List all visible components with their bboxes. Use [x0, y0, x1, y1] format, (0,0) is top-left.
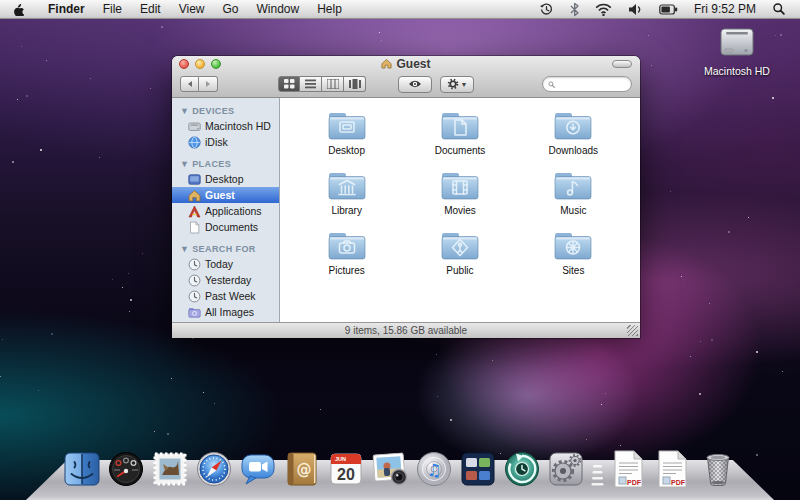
gear-icon [447, 78, 459, 90]
forward-button[interactable] [199, 76, 218, 92]
dock-item-ichat[interactable] [238, 449, 278, 489]
time-machine-menu-icon[interactable] [533, 0, 560, 18]
svg-text:20: 20 [337, 466, 355, 483]
bluetooth-menu-icon[interactable] [564, 0, 585, 18]
apple-menu-icon[interactable] [0, 0, 39, 18]
dock-item-time-machine[interactable] [502, 449, 542, 489]
resize-grip[interactable] [627, 325, 638, 336]
menu-item-file[interactable]: File [94, 0, 131, 18]
menu-item-help[interactable]: Help [308, 0, 351, 18]
svg-text:♫: ♫ [426, 460, 441, 480]
folder-label: Library [331, 205, 362, 216]
svg-text:JUN: JUN [335, 456, 346, 462]
zoom-button[interactable] [211, 59, 221, 69]
menu-item-view[interactable]: View [170, 0, 214, 18]
search-field[interactable] [542, 76, 632, 92]
folder-movies[interactable]: Movies [403, 164, 516, 224]
status-text: 9 items, 15.86 GB available [345, 325, 467, 336]
desktop-icon [188, 173, 201, 186]
close-button[interactable] [179, 59, 189, 69]
dropdown-caret-icon: ▼ [461, 81, 468, 88]
folder-sites[interactable]: Sites [517, 224, 630, 284]
folder-icon [325, 108, 369, 144]
dock-item-address-book[interactable]: @@ [282, 449, 322, 489]
folder-desktop[interactable]: Desktop [290, 104, 403, 164]
clock-icon [188, 274, 201, 287]
dock-item-system-preferences[interactable] [546, 449, 586, 489]
folder-icon [438, 108, 482, 144]
sidebar-item-today[interactable]: Today [172, 256, 279, 272]
dock-item-ical[interactable]: JUN20JUN20 [326, 449, 366, 489]
svg-text:PDF: PDF [627, 479, 642, 486]
wifi-menu-icon[interactable] [589, 0, 618, 18]
search-input[interactable] [558, 79, 626, 90]
desktop-icon-macintosh-hd[interactable]: Macintosh HD [692, 27, 782, 77]
sidebar-item-idisk[interactable]: iDisk [172, 134, 279, 150]
folder-view: Desktop Documents Downloads [280, 98, 640, 322]
folder-pictures[interactable]: Pictures [290, 224, 403, 284]
sidebar-section-header[interactable]: ▼ SEARCH FOR [172, 241, 279, 256]
quick-look-button[interactable] [398, 76, 432, 93]
volume-menu-icon[interactable] [622, 0, 649, 18]
dock-item-spaces[interactable] [458, 449, 498, 489]
eye-icon [408, 79, 422, 89]
menu-item-edit[interactable]: Edit [131, 0, 170, 18]
sidebar-item-past-week[interactable]: Past Week [172, 288, 279, 304]
sidebar-item-desktop[interactable]: Desktop [172, 171, 279, 187]
dock: @@JUN20JUN20♫♫PDFPDFPDFPDF [0, 444, 800, 500]
sidebar-item-macintosh-hd[interactable]: Macintosh HD [172, 118, 279, 134]
document-icon [188, 221, 201, 234]
back-button[interactable] [180, 76, 199, 92]
dock-item-finder[interactable] [62, 449, 102, 489]
sidebar-item-guest[interactable]: Guest [172, 187, 279, 203]
dock-item-iphoto[interactable] [370, 449, 410, 489]
search-icon [548, 80, 555, 89]
dock-item-itunes[interactable]: ♫♫ [414, 449, 454, 489]
action-button[interactable]: ▼ [440, 76, 474, 93]
menu-item-window[interactable]: Window [248, 0, 309, 18]
sidebar-item-documents[interactable]: Documents [172, 219, 279, 235]
folder-icon [551, 168, 595, 204]
folder-label: Pictures [329, 265, 365, 276]
hard-drive-icon [188, 120, 201, 133]
dock-item-trash[interactable] [698, 449, 738, 489]
dock-item-pdf-document[interactable]: PDFPDF [654, 449, 694, 489]
dock-item-mail[interactable] [150, 449, 190, 489]
window-chrome[interactable]: Guest ▼ [172, 56, 640, 98]
folder-documents[interactable]: Documents [403, 104, 516, 164]
folder-library[interactable]: Library [290, 164, 403, 224]
coverflow-view-button[interactable] [344, 76, 366, 92]
toolbar-toggle-pill[interactable] [612, 60, 632, 68]
svg-text:@: @ [297, 461, 312, 479]
menu-clock[interactable]: Fri 9:52 PM [688, 2, 762, 16]
sidebar: ▼ DEVICESMacintosh HDiDisk▼ PLACESDeskto… [172, 98, 280, 322]
desktop-icon-label: Macintosh HD [692, 65, 782, 77]
sidebar-item-applications[interactable]: Applications [172, 203, 279, 219]
folder-icon [551, 108, 595, 144]
list-view-button[interactable] [300, 76, 322, 92]
clock-icon [188, 258, 201, 271]
folder-public[interactable]: Public [403, 224, 516, 284]
clock-icon [188, 290, 201, 303]
dock-item-safari[interactable] [194, 449, 234, 489]
icon-view-button[interactable] [278, 76, 300, 92]
sidebar-item-yesterday[interactable]: Yesterday [172, 272, 279, 288]
folder-downloads[interactable]: Downloads [517, 104, 630, 164]
menu-item-finder[interactable]: Finder [39, 0, 94, 18]
sidebar-item-all-images[interactable]: All Images [172, 304, 279, 320]
menu-item-go[interactable]: Go [214, 0, 248, 18]
minimize-button[interactable] [195, 59, 205, 69]
folder-music[interactable]: Music [517, 164, 630, 224]
battery-menu-icon[interactable] [653, 0, 684, 18]
spotlight-icon[interactable] [766, 0, 792, 18]
column-view-button[interactable] [322, 76, 344, 92]
dock-item-dashboard[interactable] [106, 449, 146, 489]
title-bar[interactable]: Guest [172, 56, 640, 71]
folder-label: Documents [435, 145, 486, 156]
sidebar-section-header[interactable]: ▼ DEVICES [172, 103, 279, 118]
applications-icon [188, 205, 201, 218]
folder-icon [551, 228, 595, 264]
sidebar-section-header[interactable]: ▼ PLACES [172, 156, 279, 171]
folder-label: Public [446, 265, 473, 276]
dock-item-pdf-document[interactable]: PDFPDF [610, 449, 650, 489]
